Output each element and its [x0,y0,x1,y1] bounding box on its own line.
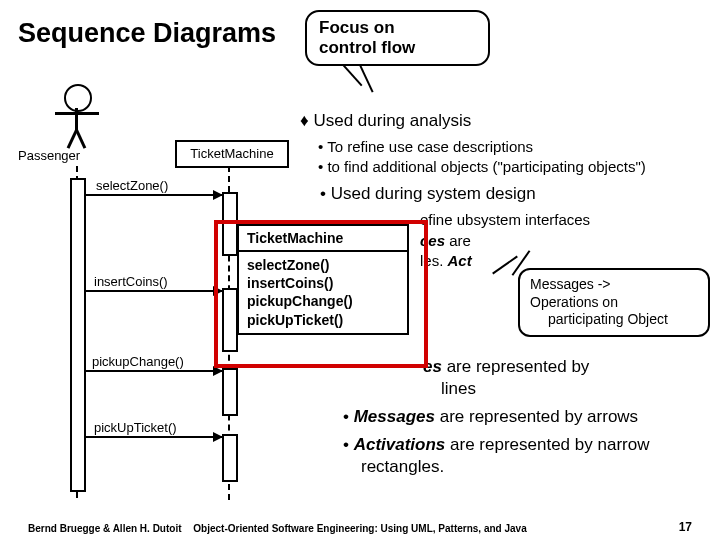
sub-bullet: to find additional objects ("participati… [300,157,710,177]
t: are represented by [442,357,589,376]
callout-focus-line1: Focus on [319,18,476,38]
message-arrow [84,290,222,292]
callout-line: participating Object [530,311,698,329]
text: Used during system design [331,184,536,203]
message-arrow [84,194,222,196]
slide-title: Sequence Diagrams [18,18,276,49]
t: Act [448,252,472,269]
actor-head-icon [64,84,92,112]
sub-bullet: To refine use case descriptions [300,137,710,157]
bullet: Messages are represented by arrows [343,406,703,428]
message-label: pickUpTicket() [94,420,177,435]
t: Activations [354,435,446,454]
message-label: selectZone() [96,178,168,193]
class-op: pickupChange() [247,292,399,310]
message-label: pickupChange() [92,354,184,369]
class-box: TicketMachine selectZone() insertCoins()… [237,224,409,335]
message-arrow [84,370,222,372]
t: are [445,232,471,249]
activation-bar [222,368,238,416]
callout-focus-line2: control flow [319,38,476,58]
actor-arms-icon [55,112,99,115]
footer-page-number: 17 [679,520,692,534]
message-label: insertCoins() [94,274,168,289]
class-box-body: selectZone() insertCoins() pickupChange(… [239,252,407,333]
t: Messages [354,407,435,426]
actor-leg-icon [75,129,86,148]
bullet-design: Used during system design [300,183,710,206]
class-box-head: TicketMachine [239,226,407,252]
class-op: insertCoins() [247,274,399,292]
t: ubsystem interfaces [457,211,590,228]
bullet-analysis: ♦ Used during analysis [300,110,710,133]
text: Used during analysis [313,111,471,130]
callout-focus: Focus on control flow [305,10,490,66]
callout-line: Operations on [530,294,698,312]
t: lines [361,379,476,398]
t: are represented by arrows [435,407,638,426]
class-op: pickUpTicket() [247,311,399,329]
actor-label: Passenger [18,148,80,163]
object-box: TicketMachine [175,140,289,168]
callout-line: Messages -> [530,276,698,294]
footer-book-title: Object-Oriented Software Engineering: Us… [0,523,720,534]
lower-bullets: es are represented by lines Messages are… [343,350,703,478]
class-op: selectZone() [247,256,399,274]
message-arrow [84,436,222,438]
activation-bar [222,434,238,482]
callout-messages: Messages -> Operations on participating … [518,268,710,337]
actor-activation [70,178,86,492]
bullet: Activations are represented by narrow re… [343,434,703,478]
